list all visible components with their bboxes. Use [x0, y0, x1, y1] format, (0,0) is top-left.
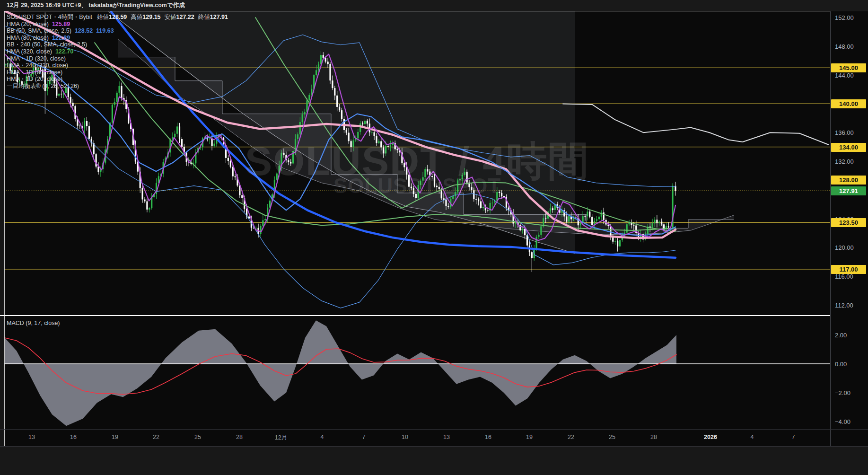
price-axis-label: 148.00 [835, 43, 854, 50]
export-header-text: 12月 29, 2025 16:49 UTC+9、 takatabaがTradi… [7, 2, 185, 9]
time-axis-label: 4 [308, 434, 336, 440]
macd-axis-label: 0.00 [835, 361, 847, 368]
time-axis-label: 28 [640, 434, 668, 440]
price-level-badge[interactable]: 134.00 [831, 143, 866, 152]
price-axis-label: 120.00 [835, 244, 854, 251]
price-axis-label: 136.00 [835, 129, 854, 136]
symbol-watermark-sub: SOLUSDT SPOT [133, 174, 701, 198]
indicator-legend-row[interactable]: HMA・1D (80, close) [7, 69, 228, 76]
indicator-legend-row[interactable]: HMA・1D (320, close) [7, 55, 228, 62]
time-axis-label: 25 [184, 434, 212, 440]
time-axis-label: 4 [738, 434, 766, 440]
time-axis-label: 22 [142, 434, 170, 440]
export-header: 12月 29, 2025 16:49 UTC+9、 takatabaがTradi… [0, 0, 868, 11]
indicator-legend: SOLUSDT SPOT・4時間・Bybit始値128.59高値129.15安値… [7, 14, 228, 90]
price-level-badge[interactable]: 123.50 [831, 218, 866, 227]
macd-axis-label: 2.00 [835, 332, 847, 339]
price-axis-label: 152.00 [835, 14, 854, 21]
time-axis-label: 19 [101, 434, 129, 440]
price-axis-border [830, 11, 831, 446]
time-axis-label: 22 [557, 434, 585, 440]
time-axis-label: 28 [225, 434, 254, 440]
time-axis-top-border [0, 429, 868, 430]
time-axis-label: 7 [350, 434, 378, 440]
price-axis-label: 116.00 [835, 273, 853, 280]
time-axis-label: 19 [515, 434, 544, 440]
symbol-legend-row[interactable]: SOLUSDT SPOT・4時間・Bybit始値128.59高値129.15安値… [7, 14, 228, 21]
indicator-legend-row[interactable]: HMA・1D (20, close) [7, 76, 228, 83]
bottom-bar: TradingView [0, 447, 868, 475]
time-axis-label: 12月 [267, 434, 295, 442]
macd-pane [4, 320, 830, 426]
macd-axis-label: −2.00 [835, 389, 850, 396]
indicator-legend-row[interactable]: 一目均衡表® (9, 26, 52, 26) [7, 83, 228, 90]
time-axis-label: 2026 [696, 434, 725, 440]
time-axis-label: 7 [779, 434, 807, 440]
price-level-badge[interactable]: 140.00 [831, 99, 866, 108]
macd-axis-label: −4.00 [835, 418, 850, 425]
price-axis-label: 112.00 [835, 302, 853, 309]
tradingview-chart-screenshot: 12月 29, 2025 16:49 UTC+9、 takatabaがTradi… [0, 0, 868, 475]
time-axis-label: 10 [391, 434, 419, 440]
price-level-badge[interactable]: 128.00 [831, 176, 866, 185]
indicator-legend-row[interactable]: BB (50, SMA, close, 2.5)128.52119.63 [7, 27, 228, 35]
indicator-legend-row[interactable]: HMA (80, close)122.89 [7, 35, 228, 42]
indicator-legend-row[interactable]: HMA・240 (320, close) [7, 62, 228, 69]
macd-legend[interactable]: MACD (9, 17, close) [7, 320, 60, 327]
time-axis-label: 25 [598, 434, 626, 440]
current-price-badge: 127.91 [831, 186, 866, 195]
pane-separator[interactable] [0, 315, 830, 316]
indicator-legend-row[interactable]: HMA (20, close)125.89 [7, 21, 228, 28]
time-axis-label: 13 [432, 434, 461, 440]
price-axis-label: 132.00 [835, 158, 854, 165]
time-axis-label: 16 [59, 434, 88, 440]
time-axis-label: 16 [474, 434, 502, 440]
time-axis-label: 13 [18, 434, 46, 440]
indicator-legend-row[interactable]: HMA (320, close)122.70 [7, 48, 228, 55]
plot-top-border [4, 11, 830, 11]
price-level-badge[interactable]: 117.00 [831, 265, 866, 274]
plot-left-border [4, 11, 5, 446]
price-level-badge[interactable]: 145.00 [831, 63, 866, 72]
price-axis-label: 144.00 [835, 72, 854, 79]
indicator-legend-row[interactable]: BB・240 (50, SMA, close, 2.5) [7, 41, 228, 48]
